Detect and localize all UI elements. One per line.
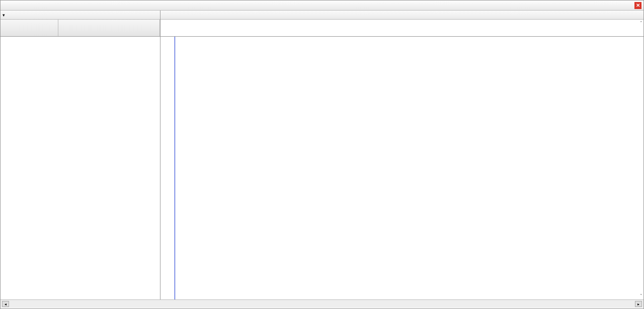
activity-tree[interactable] [1,37,160,299]
title-bar: ✕ [1,1,643,11]
chevron-down-icon: ▾ [3,13,5,18]
scroll-down-icon[interactable]: ˅ [640,293,642,298]
scroll-right-icon[interactable]: ▸ [635,301,642,307]
layout-selector[interactable]: ▾ [1,11,160,20]
filter-bar[interactable] [160,11,643,20]
horizontal-scrollbar[interactable]: ◂ ▸ [1,299,643,308]
gantt-panel: ˄ ˅ [160,11,643,299]
timescale[interactable]: ˄ [160,20,643,37]
col-activity-name[interactable] [58,20,160,36]
column-headers [1,20,160,37]
scroll-left-icon[interactable]: ◂ [2,301,9,307]
data-date-line [175,37,175,299]
scroll-up-icon[interactable]: ˄ [640,21,642,26]
col-activity-id[interactable] [1,20,58,36]
gantt-chart[interactable]: ˅ [160,37,643,299]
activity-table: ▾ [1,11,160,299]
close-icon[interactable]: ✕ [634,2,641,9]
